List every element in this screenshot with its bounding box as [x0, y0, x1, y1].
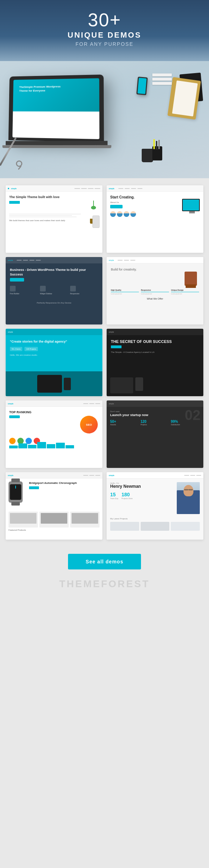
demo-7-content: TOP RANKING SEO: [6, 407, 102, 451]
demo-3-nav: [17, 260, 41, 261]
demo-7-logo: simple: [8, 403, 13, 405]
offer-title-2: Responsive: [141, 289, 169, 291]
demo-card-6[interactable]: simple THE SECRET OF OUR SUCCESS The Sim…: [107, 329, 203, 396]
feature-icon-3: [70, 286, 76, 291]
demo-2-logo: simple: [109, 187, 114, 190]
chair-seat: [186, 284, 196, 288]
pencil-cup: [152, 146, 162, 160]
pencil-1: [153, 139, 155, 149]
notebook-inner: [172, 81, 198, 116]
demo-10-photo: [177, 482, 200, 514]
demo-1-logo: simple: [11, 187, 17, 190]
demo-1-logo-dot: [8, 188, 9, 189]
demo-9-title: Bridgeport Automatic Chronograph: [29, 481, 77, 485]
demo-10-header: simple: [107, 472, 203, 479]
stat-text-2: 100 Projects: [26, 348, 36, 350]
demo-3-inner: simple Business - Driven WordPress Theme…: [6, 257, 102, 324]
bar-6: [56, 443, 64, 448]
feature-num-1: 50+: [110, 420, 139, 424]
offer-2: Responsive Lorem ipsum text: [141, 289, 169, 295]
nav-item: [88, 188, 94, 189]
demo-4-chair: [181, 269, 200, 288]
offer-title-1: High Quality: [111, 289, 139, 291]
nav-item: [95, 188, 100, 189]
demo-7-header: simple: [6, 400, 102, 407]
magnifier-lens: [16, 160, 22, 167]
demo-6-laptop: [110, 377, 133, 393]
demo-9-products: [9, 512, 100, 528]
watch-hand: [15, 486, 16, 488]
demo-10-project-thumbs: [107, 522, 203, 534]
glass-left: [184, 489, 188, 490]
product-2: [39, 512, 69, 528]
demo-10-text: Hello, I'm Henry Newman 15 Years Exp. 18…: [110, 482, 174, 514]
pencil-3: [158, 140, 160, 149]
offer-text-2: Lorem ipsum text: [141, 293, 169, 295]
offer-text-3: Lorem ipsum text: [171, 293, 199, 295]
nav-item: [17, 260, 22, 261]
demo-card-8[interactable]: simple Don't wait. Launch your startup n…: [107, 400, 203, 468]
demo-card-2[interactable]: simple Start Creating. About Us: [107, 185, 203, 253]
offer-3: Unique Design Lorem ipsum text: [171, 289, 199, 295]
avatar-2: [117, 211, 123, 217]
watch-face: [10, 484, 21, 500]
demo-card-10[interactable]: simple Hello, I'm Henry Newman: [107, 472, 203, 540]
demo-card-5[interactable]: simple "Create stories for the digital a…: [6, 329, 102, 396]
demo-card-1[interactable]: simple The Simple Theme built with love: [6, 185, 102, 253]
demo-6-desc: The Simple - A Creative Agency Located I…: [111, 351, 199, 353]
stat-text-1: 50+ Clients: [12, 348, 21, 350]
page-wrapper: 30+ UNIQUE DEMOS FOR ANY PURPOSE TheSimp…: [0, 0, 209, 591]
screen-text: TheSimple Premium WordpressTheme for Eve…: [16, 82, 64, 95]
demo-6-btn: [111, 345, 122, 348]
demo-card-4[interactable]: simple Build for creativity.: [107, 257, 203, 324]
demo-6-devices: [110, 377, 200, 393]
avatar-4: [130, 211, 136, 217]
demo-8-header: simple: [107, 400, 203, 407]
demo-card-7[interactable]: simple TOP RANKING SEO: [6, 400, 102, 468]
nav-item: [118, 260, 123, 261]
demo-card-3[interactable]: simple Business - Driven WordPress Theme…: [6, 257, 102, 324]
demo-3-features: First Builder Widget Sidebar Responsive: [10, 286, 98, 295]
demo-card-9[interactable]: simple: [6, 472, 102, 540]
demo-8-inner: simple Don't wait. Launch your startup n…: [107, 400, 203, 468]
demo-5-overlay: [6, 371, 102, 396]
monitor-screen: [182, 199, 200, 211]
header-number: 30+: [7, 11, 202, 29]
watch-strap-top: [11, 479, 20, 482]
notebook: [168, 77, 201, 120]
demo-4-header: simple: [107, 257, 203, 263]
project-thumb-1: [110, 522, 139, 531]
watch-container: [9, 481, 26, 506]
feature-1: First Builder: [10, 286, 38, 295]
feature-label-3: Satisfaction: [171, 424, 200, 426]
monitor-screen-inner: [183, 200, 199, 211]
demo-10-nav: [114, 475, 201, 476]
avatar-3: [124, 211, 129, 217]
demo-8-logo: simple: [109, 403, 114, 405]
demo-5-quote: "Create stories for the digital agency": [10, 339, 98, 344]
watermark-section: ThemeForest: [0, 577, 209, 591]
demo-6-inner: simple THE SECRET OF OUR SUCCESS The Sim…: [107, 329, 203, 396]
demo-1-line: [9, 214, 81, 214]
product-img-1: [10, 513, 36, 524]
demo-9-nav: [13, 475, 100, 476]
coffee-mug: [142, 149, 153, 162]
nav-item: [131, 188, 136, 189]
bar-4: [37, 442, 46, 448]
nav-item: [118, 188, 123, 189]
stat-years: 15 Years Exp.: [110, 492, 119, 499]
feature-label-1: Awards: [110, 424, 139, 426]
product-1: [9, 512, 38, 528]
demo-4-what-offer: What We Offer: [111, 297, 199, 300]
demo-7-btn: [9, 415, 20, 418]
phone-mini: [64, 378, 71, 390]
see-all-button[interactable]: See all demos: [68, 554, 141, 569]
cta-section: See all demos: [0, 547, 209, 577]
feature-text-1: First Builder: [10, 293, 38, 295]
feature-2: Widget Sidebar: [40, 286, 68, 295]
header-title: UNIQUE DEMOS: [7, 31, 202, 40]
demo-1-line: [9, 217, 77, 217]
feature-icon-2: [40, 286, 46, 291]
startup-feature-2: 120 Projects: [141, 420, 170, 426]
demo-1-nav: [18, 188, 100, 189]
